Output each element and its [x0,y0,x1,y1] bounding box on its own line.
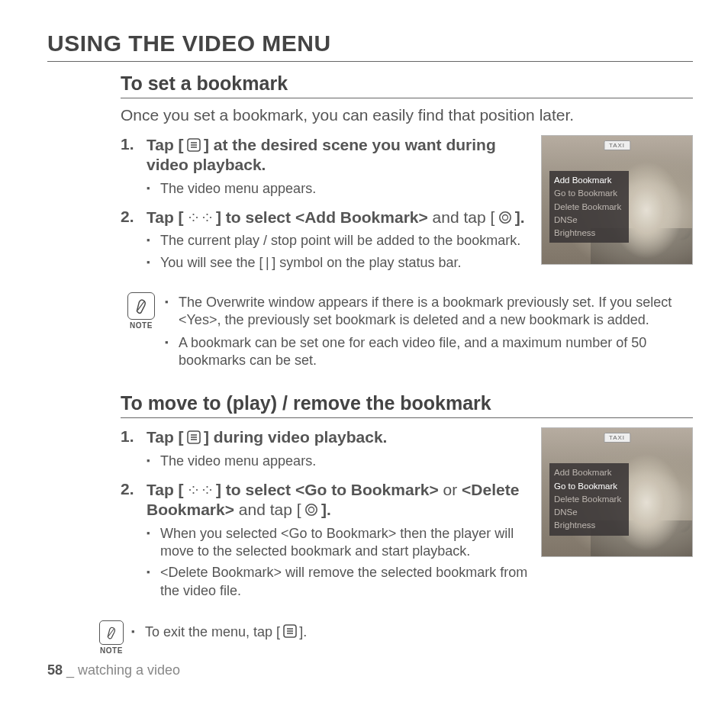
note-marker: NOTE [95,620,128,655]
menu-icon [187,430,201,444]
step-a2-bullet1: The current play / stop point will be ad… [160,232,520,250]
video-menu-popup: Add Bookmark Go to Bookmark Delete Bookm… [549,463,629,535]
menu-item: Go to Bookmark [554,187,621,200]
menu-item: Add Bookmark [554,466,621,479]
step-a2-text: Tap [ ] to select <Add Bookmark> and tap… [147,208,533,227]
section-b-title: To move to (play) / remove the bookmark [121,392,693,418]
menu-item: Delete Bookmark [554,493,621,506]
step-b2-text: Tap [ ] to select <Go to Bookmark> or <D… [147,480,533,520]
step-number: 1. [121,135,147,201]
page-footer: 58 _ watching a video [47,662,693,678]
step-number: 2. [121,480,147,604]
pencil-icon [105,624,118,641]
taxi-sign: TAXI [604,140,630,150]
circle-icon [498,211,512,224]
section-a-title: To set a bookmark [121,72,693,98]
taxi-sign: TAXI [604,433,630,443]
note-label: NOTE [95,646,128,655]
menu-item: Brightness [554,519,621,532]
step-b1-bullet: The video menu appears. [160,453,316,470]
circle-icon [304,503,318,517]
arrows-icon [187,483,213,497]
main-title: USING THE VIDEO MENU [47,31,693,62]
page-number: 58 [47,662,63,678]
screenshot-a: TAXI Add Bookmark Go to Bookmark Delete … [541,135,693,265]
note-a-text1: The Overwrite window appears if there is… [179,294,693,330]
menu-item: DNSe [554,506,621,519]
note-marker: NOTE [121,292,162,330]
menu-icon [187,138,201,152]
menu-item: Brightness [554,227,621,240]
step-number: 2. [121,208,147,275]
menu-item: Add Bookmark [554,174,621,187]
menu-icon [283,624,297,638]
menu-item: DNSe [554,214,621,227]
step-number: 1. [121,427,147,474]
video-menu-popup: Add Bookmark Go to Bookmark Delete Bookm… [549,171,629,243]
screenshot-b: TAXI Add Bookmark Go to Bookmark Delete … [541,427,693,557]
note-b-text: To exit the menu, tap [ ]. [145,623,307,641]
menu-item: Go to Bookmark [554,480,621,493]
step-a2-bullet2: You will see the [ | ] symbol on the pla… [160,254,461,272]
step-b2-bullet1: When you selected <Go to Bookmark> then … [160,525,533,561]
step-a1-bullet: The video menu appears. [160,180,316,198]
menu-item: Delete Bookmark [554,201,621,214]
step-b2-bullet2: <Delete Bookmark> will remove the select… [160,564,533,600]
arrows-icon [187,211,213,224]
pencil-icon [133,296,150,316]
footer-section: watching a video [78,662,180,678]
note-a-text2: A bookmark can be set one for each video… [179,334,693,370]
step-a1-text: Tap [ ] at the desired scene you want du… [147,135,533,176]
note-label: NOTE [121,321,162,330]
section-a-intro: Once you set a bookmark, you can easily … [121,106,693,124]
step-b1-text: Tap [ ] during video playback. [147,427,533,447]
